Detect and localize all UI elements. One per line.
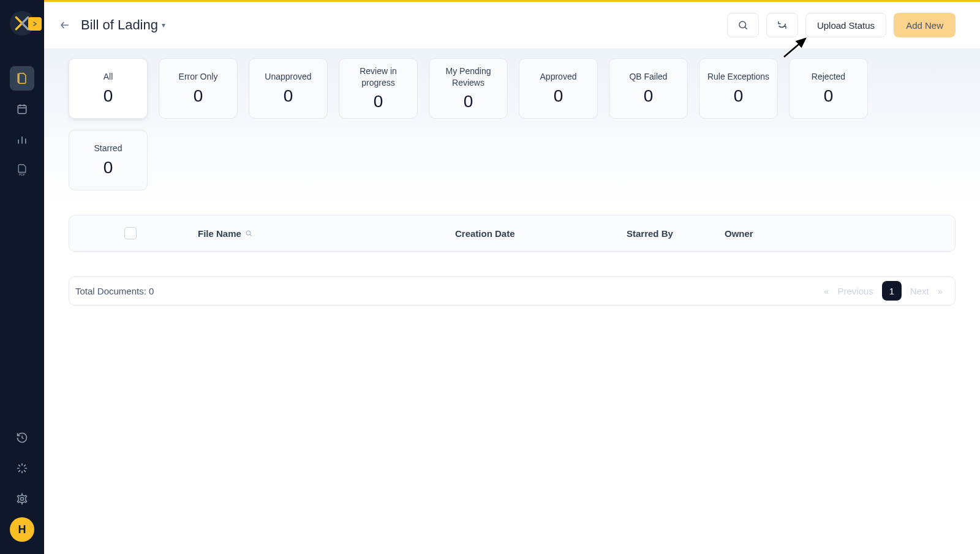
filter-count: 0 (194, 86, 203, 106)
filter-label: Approved (540, 71, 577, 82)
filter-card-review-in-progress[interactable]: Review in progress0 (339, 58, 418, 119)
filter-label: Rejected (812, 71, 845, 82)
add-new-label: Add New (906, 20, 943, 31)
column-header-owner[interactable]: Owner (725, 228, 798, 239)
filter-card-starred[interactable]: Starred0 (69, 130, 148, 190)
filter-count: 0 (104, 86, 113, 106)
search-button[interactable] (727, 13, 759, 37)
filter-label: Rule Exceptions (707, 71, 769, 82)
pagination-previous[interactable]: Previous (837, 286, 873, 296)
svg-rect-0 (18, 105, 26, 113)
app-logo[interactable] (10, 11, 34, 36)
table-footer: Total Documents: 0 « Previous 1 Next » (69, 276, 956, 305)
filter-card-my-pending-reviews[interactable]: My Pending Reviews0 (429, 58, 508, 119)
svg-point-4 (246, 231, 251, 235)
header: Bill of Lading ▾ Upload Statu (44, 2, 980, 48)
total-documents: Total Documents: 0 (75, 286, 154, 296)
pagination-next[interactable]: Next (910, 286, 929, 296)
column-header-creation-date[interactable]: Creation Date (455, 228, 627, 239)
sidebar-item-settings[interactable] (10, 487, 34, 511)
sidebar-item-analytics[interactable] (10, 127, 34, 152)
column-header-starred-by[interactable]: Starred By (627, 228, 725, 239)
filter-label: Unapproved (265, 71, 311, 82)
filter-card-approved[interactable]: Approved0 (519, 58, 598, 119)
page-title: Bill of Lading (81, 17, 158, 33)
pagination: « Previous 1 Next » (824, 281, 943, 301)
filter-count: 0 (644, 86, 654, 106)
filter-card-rejected[interactable]: Rejected0 (789, 58, 868, 119)
filter-card-qb-failed[interactable]: QB Failed0 (609, 58, 688, 119)
column-header-file-name[interactable]: File Name (198, 228, 455, 239)
filter-card-rule-exceptions[interactable]: Rule Exceptions0 (699, 58, 778, 119)
add-new-button[interactable]: Add New (894, 13, 956, 37)
select-all-checkbox[interactable] (124, 227, 137, 239)
main-content: Bill of Lading ▾ Upload Statu (44, 0, 980, 554)
svg-point-3 (739, 21, 746, 28)
spinner-icon (16, 462, 28, 474)
sidebar-item-documents[interactable] (10, 66, 34, 91)
filter-card-error-only[interactable]: Error Only0 (159, 58, 238, 119)
filters-area: All0Error Only0Unapproved0Review in prog… (44, 48, 980, 203)
chart-icon (16, 133, 28, 146)
filter-count: 0 (104, 158, 113, 178)
back-arrow-icon (59, 19, 71, 31)
table-area: File Name Creation Date Starred By Owner… (44, 215, 980, 305)
refresh-button[interactable] (766, 13, 798, 37)
filter-label: Review in progress (344, 66, 412, 88)
filter-label: Starred (94, 143, 123, 154)
pdf-icon: PDF (16, 163, 28, 177)
back-button[interactable] (59, 19, 71, 31)
filter-count: 0 (554, 86, 564, 106)
upload-status-button[interactable]: Upload Status (805, 13, 886, 37)
gear-icon (16, 493, 28, 505)
refresh-icon (777, 20, 788, 31)
filter-card-unapproved[interactable]: Unapproved0 (249, 58, 328, 119)
filter-card-all[interactable]: All0 (69, 58, 148, 119)
pagination-current-page[interactable]: 1 (882, 281, 902, 301)
calendar-icon (16, 103, 28, 115)
filter-count: 0 (824, 86, 834, 106)
filter-label: Error Only (179, 71, 218, 82)
sidebar-toggle[interactable] (28, 17, 42, 31)
sidebar-item-calendar[interactable] (10, 97, 34, 121)
pagination-last[interactable]: » (938, 286, 943, 296)
filter-label: QB Failed (629, 71, 667, 82)
column-search-icon[interactable] (245, 228, 252, 239)
caret-down-icon: ▾ (162, 21, 165, 29)
history-icon (16, 432, 28, 444)
svg-point-2 (21, 498, 24, 501)
filters-row: All0Error Only0Unapproved0Review in prog… (69, 58, 956, 190)
filter-count: 0 (734, 86, 744, 106)
filter-label: All (104, 71, 113, 82)
documents-icon (16, 72, 28, 84)
avatar[interactable]: H (10, 517, 34, 542)
sidebar: PDF (0, 0, 44, 554)
svg-text:PDF: PDF (19, 173, 25, 176)
page-title-dropdown[interactable]: Bill of Lading ▾ (81, 17, 165, 33)
sidebar-item-history[interactable] (10, 425, 34, 450)
filter-count: 0 (284, 86, 293, 106)
sidebar-item-loading[interactable] (10, 456, 34, 481)
table-header: File Name Creation Date Starred By Owner (69, 215, 956, 252)
upload-status-label: Upload Status (817, 20, 875, 31)
filter-count: 0 (374, 92, 383, 111)
search-icon (737, 20, 748, 31)
avatar-letter: H (18, 523, 26, 536)
sidebar-item-pdf[interactable]: PDF (10, 158, 34, 182)
pagination-first[interactable]: « (824, 286, 829, 296)
filter-count: 0 (464, 92, 473, 111)
filter-label: My Pending Reviews (434, 66, 502, 88)
